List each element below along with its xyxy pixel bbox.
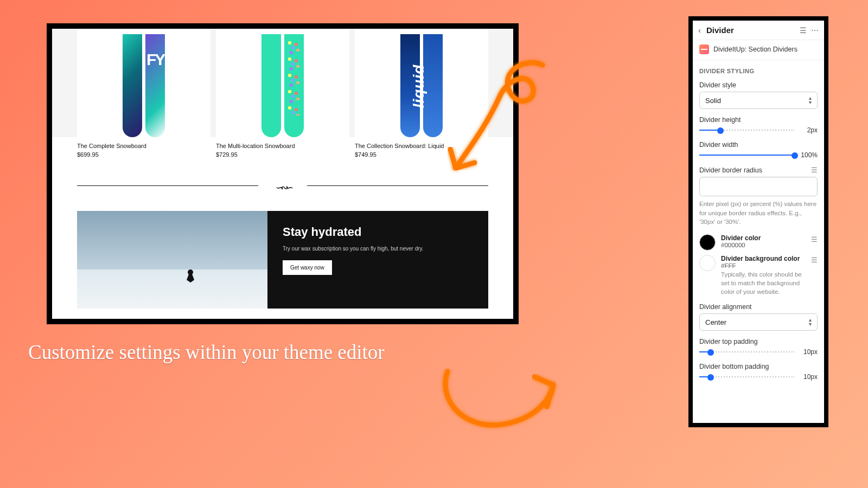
dynamic-source-icon[interactable]: ☰	[811, 255, 818, 264]
product-card[interactable]	[355, 29, 488, 137]
divider-color-row[interactable]: Divider color #000000 ☰	[693, 230, 824, 251]
panel-title: Divider	[706, 25, 795, 35]
database-icon[interactable]: ☰	[800, 26, 807, 35]
slider-value: 10px	[799, 348, 818, 356]
slider-value: 100%	[799, 151, 818, 159]
product-title[interactable]: The Collection Snowboard: Liquid	[355, 143, 488, 149]
section-divider: ∽∾∽	[77, 182, 488, 189]
field-label: Divider border radius	[699, 166, 762, 174]
field-label: Divider height	[699, 116, 741, 124]
more-icon[interactable]: ⋯	[811, 26, 819, 35]
select-value: Solid	[705, 97, 721, 105]
panel-header: ‹ Divider ☰ ⋯	[693, 21, 824, 40]
arrow-illustration	[429, 347, 580, 455]
settings-panel: ‹ Divider ☰ ⋯ DivideItUp: Section Divide…	[693, 21, 824, 423]
divider-ornament-icon: ∽∾∽	[276, 182, 290, 194]
product-price: $729.95	[216, 151, 238, 158]
dynamic-source-icon[interactable]: ☰	[811, 234, 818, 243]
color-swatch[interactable]	[699, 255, 716, 271]
hero-subtext: Try our wax subscription so you can fly …	[283, 246, 473, 252]
field-label: Divider bottom padding	[699, 363, 769, 370]
hero-cta-button[interactable]: Get waxy now	[283, 260, 332, 275]
hero-image	[77, 211, 267, 309]
hero-heading: Stay hydrated	[283, 225, 473, 239]
divider-height-slider[interactable]	[699, 126, 795, 134]
field-label: Divider style	[699, 81, 736, 89]
slider-value: 2px	[799, 126, 818, 134]
product-card[interactable]	[216, 29, 349, 137]
storefront-preview: The Complete Snowboard $699.95 The Multi…	[52, 29, 513, 319]
select-caret-icon: ▴▾	[809, 96, 812, 105]
color-label: Divider color	[721, 234, 761, 242]
field-label: Divider alignment	[699, 303, 752, 311]
field-label: Divider width	[699, 141, 738, 149]
product-card[interactable]	[77, 29, 210, 137]
back-icon[interactable]: ‹	[697, 25, 702, 35]
divider-alignment-select[interactable]: Center ▴▾	[699, 313, 818, 331]
marketing-caption: Customize settings within your theme edi…	[28, 341, 385, 364]
app-icon	[699, 44, 709, 54]
select-caret-icon: ▴▾	[809, 318, 812, 326]
field-label: Divider top padding	[699, 338, 758, 345]
bottom-padding-slider[interactable]	[699, 373, 795, 381]
product-title[interactable]: The Complete Snowboard	[77, 143, 210, 149]
dynamic-source-icon[interactable]: ☰	[811, 166, 818, 174]
divider-bgcolor-row[interactable]: Divider background color #FFF Typically,…	[693, 251, 824, 296]
product-grid	[52, 29, 513, 137]
select-value: Center	[705, 318, 726, 326]
divider-width-slider[interactable]	[699, 151, 795, 159]
color-hex: #FFF	[721, 262, 806, 269]
product-title[interactable]: The Multi-location Snowboard	[216, 143, 349, 149]
field-help: Typically, this color should be set to m…	[721, 270, 806, 296]
slider-value: 10px	[799, 373, 818, 381]
app-name: DivideItUp: Section Dividers	[713, 46, 797, 53]
skier-icon	[186, 269, 195, 284]
product-price: $749.95	[355, 151, 376, 158]
color-swatch[interactable]	[699, 234, 716, 251]
product-price: $699.95	[77, 151, 99, 158]
field-help: Enter pixel (px) or percent (%) values h…	[699, 196, 818, 227]
border-radius-input[interactable]	[699, 177, 818, 196]
storefront-preview-frame: The Complete Snowboard $699.95 The Multi…	[47, 23, 519, 324]
color-hex: #000000	[721, 242, 761, 248]
app-source-row[interactable]: DivideItUp: Section Dividers	[693, 40, 824, 60]
hero-banner: Stay hydrated Try our wax subscription s…	[77, 211, 488, 309]
settings-panel-frame: ‹ Divider ☰ ⋯ DivideItUp: Section Divide…	[688, 16, 828, 427]
section-heading: DIVIDER STYLING	[693, 60, 824, 78]
divider-style-select[interactable]: Solid ▴▾	[699, 92, 818, 109]
product-meta-row: The Complete Snowboard $699.95 The Multi…	[52, 137, 513, 162]
color-label: Divider background color	[721, 255, 806, 262]
top-padding-slider[interactable]	[699, 348, 795, 356]
